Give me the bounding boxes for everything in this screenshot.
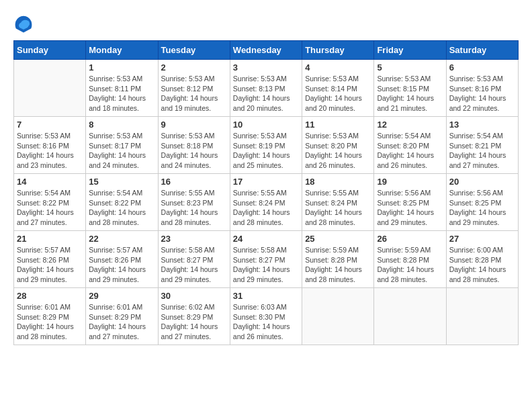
day-number: 8 [89,120,154,130]
day-info: Sunrise: 5:54 AM Sunset: 8:22 PM Dayligh… [89,188,154,228]
day-number: 15 [89,177,154,187]
day-info: Sunrise: 6:02 AM Sunset: 8:29 PM Dayligh… [161,302,227,342]
calendar-cell: 1Sunrise: 5:53 AM Sunset: 8:11 PM Daylig… [86,60,158,117]
day-number: 17 [233,177,299,187]
logo [13,13,36,34]
week-row-1: 7Sunrise: 5:53 AM Sunset: 8:16 PM Daylig… [14,117,519,174]
calendar-cell: 21Sunrise: 5:57 AM Sunset: 8:26 PM Dayli… [14,231,86,288]
day-number: 26 [377,234,443,244]
day-info: Sunrise: 5:54 AM Sunset: 8:20 PM Dayligh… [377,131,443,171]
day-header-sunday: Sunday [14,41,86,60]
day-number: 29 [89,291,154,301]
calendar-cell: 31Sunrise: 6:03 AM Sunset: 8:30 PM Dayli… [230,288,302,345]
day-number: 12 [377,120,443,130]
day-info: Sunrise: 5:53 AM Sunset: 8:19 PM Dayligh… [233,131,299,171]
day-header-saturday: Saturday [446,41,518,60]
logo-icon [13,13,34,34]
day-info: Sunrise: 5:53 AM Sunset: 8:18 PM Dayligh… [161,131,227,171]
calendar-cell: 20Sunrise: 5:56 AM Sunset: 8:25 PM Dayli… [446,174,518,231]
day-info: Sunrise: 5:55 AM Sunset: 8:24 PM Dayligh… [305,188,371,228]
day-info: Sunrise: 6:01 AM Sunset: 8:29 PM Dayligh… [17,302,83,342]
day-info: Sunrise: 5:58 AM Sunset: 8:27 PM Dayligh… [161,245,227,285]
calendar-cell: 2Sunrise: 5:53 AM Sunset: 8:12 PM Daylig… [158,60,230,117]
day-number: 18 [305,177,371,187]
day-header-thursday: Thursday [302,41,374,60]
week-row-0: 1Sunrise: 5:53 AM Sunset: 8:11 PM Daylig… [14,60,519,117]
calendar-cell [302,288,374,345]
day-info: Sunrise: 5:58 AM Sunset: 8:27 PM Dayligh… [233,245,299,285]
day-number: 19 [377,177,443,187]
day-info: Sunrise: 5:53 AM Sunset: 8:13 PM Dayligh… [233,74,299,113]
calendar-cell: 3Sunrise: 5:53 AM Sunset: 8:13 PM Daylig… [230,60,302,117]
day-number: 13 [449,120,515,130]
calendar-cell: 24Sunrise: 5:58 AM Sunset: 8:27 PM Dayli… [230,231,302,288]
day-header-wednesday: Wednesday [230,41,302,60]
day-number: 31 [233,291,299,301]
calendar-cell: 18Sunrise: 5:55 AM Sunset: 8:24 PM Dayli… [302,174,374,231]
day-info: Sunrise: 5:55 AM Sunset: 8:24 PM Dayligh… [233,188,299,228]
day-number: 10 [233,120,299,130]
day-header-tuesday: Tuesday [158,41,230,60]
calendar-cell: 27Sunrise: 6:00 AM Sunset: 8:28 PM Dayli… [446,231,518,288]
day-info: Sunrise: 5:53 AM Sunset: 8:11 PM Dayligh… [89,74,154,113]
day-info: Sunrise: 5:56 AM Sunset: 8:25 PM Dayligh… [377,188,443,228]
calendar-cell: 7Sunrise: 5:53 AM Sunset: 8:16 PM Daylig… [14,117,86,174]
day-number: 9 [161,120,227,130]
week-row-3: 21Sunrise: 5:57 AM Sunset: 8:26 PM Dayli… [14,231,519,288]
day-number: 27 [449,234,515,244]
day-number: 23 [161,234,227,244]
day-number: 6 [449,62,515,73]
calendar-header-row: SundayMondayTuesdayWednesdayThursdayFrid… [14,41,519,60]
calendar-cell: 15Sunrise: 5:54 AM Sunset: 8:22 PM Dayli… [86,174,158,231]
day-number: 2 [161,62,227,73]
day-info: Sunrise: 6:01 AM Sunset: 8:29 PM Dayligh… [89,302,154,342]
week-row-2: 14Sunrise: 5:54 AM Sunset: 8:22 PM Dayli… [14,174,519,231]
day-number: 7 [17,120,83,130]
calendar-cell: 22Sunrise: 5:57 AM Sunset: 8:26 PM Dayli… [86,231,158,288]
calendar-cell: 4Sunrise: 5:53 AM Sunset: 8:14 PM Daylig… [302,60,374,117]
calendar-cell: 25Sunrise: 5:59 AM Sunset: 8:28 PM Dayli… [302,231,374,288]
day-number: 24 [233,234,299,244]
day-info: Sunrise: 5:53 AM Sunset: 8:14 PM Dayligh… [305,74,371,113]
calendar-cell: 29Sunrise: 6:01 AM Sunset: 8:29 PM Dayli… [86,288,158,345]
calendar-cell [374,288,446,345]
day-number: 28 [17,291,83,301]
calendar-cell: 26Sunrise: 5:59 AM Sunset: 8:28 PM Dayli… [374,231,446,288]
day-number: 21 [17,234,83,244]
day-number: 11 [305,120,371,130]
calendar-cell: 13Sunrise: 5:54 AM Sunset: 8:21 PM Dayli… [446,117,518,174]
day-info: Sunrise: 5:54 AM Sunset: 8:22 PM Dayligh… [17,188,83,228]
calendar-cell: 19Sunrise: 5:56 AM Sunset: 8:25 PM Dayli… [374,174,446,231]
day-header-friday: Friday [374,41,446,60]
day-info: Sunrise: 5:59 AM Sunset: 8:28 PM Dayligh… [305,245,371,285]
day-info: Sunrise: 5:55 AM Sunset: 8:23 PM Dayligh… [161,188,227,228]
day-number: 1 [89,62,154,73]
day-info: Sunrise: 5:53 AM Sunset: 8:16 PM Dayligh… [17,131,83,171]
day-number: 5 [377,62,443,73]
day-number: 30 [161,291,227,301]
calendar-cell: 17Sunrise: 5:55 AM Sunset: 8:24 PM Dayli… [230,174,302,231]
day-info: Sunrise: 6:00 AM Sunset: 8:28 PM Dayligh… [449,245,515,285]
day-info: Sunrise: 5:54 AM Sunset: 8:21 PM Dayligh… [449,131,515,171]
week-row-4: 28Sunrise: 6:01 AM Sunset: 8:29 PM Dayli… [14,288,519,345]
calendar-cell: 5Sunrise: 5:53 AM Sunset: 8:15 PM Daylig… [374,60,446,117]
calendar-cell: 23Sunrise: 5:58 AM Sunset: 8:27 PM Dayli… [158,231,230,288]
calendar-cell: 12Sunrise: 5:54 AM Sunset: 8:20 PM Dayli… [374,117,446,174]
calendar-cell: 11Sunrise: 5:53 AM Sunset: 8:20 PM Dayli… [302,117,374,174]
calendar-cell: 10Sunrise: 5:53 AM Sunset: 8:19 PM Dayli… [230,117,302,174]
day-number: 25 [305,234,371,244]
day-info: Sunrise: 5:53 AM Sunset: 8:16 PM Dayligh… [449,74,515,113]
day-info: Sunrise: 5:53 AM Sunset: 8:15 PM Dayligh… [377,74,443,113]
day-number: 16 [161,177,227,187]
day-number: 22 [89,234,154,244]
calendar-cell: 28Sunrise: 6:01 AM Sunset: 8:29 PM Dayli… [14,288,86,345]
day-info: Sunrise: 5:53 AM Sunset: 8:12 PM Dayligh… [161,74,227,113]
day-header-monday: Monday [86,41,158,60]
page-header [13,13,519,34]
day-info: Sunrise: 5:56 AM Sunset: 8:25 PM Dayligh… [449,188,515,228]
calendar-cell: 14Sunrise: 5:54 AM Sunset: 8:22 PM Dayli… [14,174,86,231]
calendar-cell [446,288,518,345]
day-number: 3 [233,62,299,73]
day-info: Sunrise: 5:53 AM Sunset: 8:17 PM Dayligh… [89,131,154,171]
day-number: 4 [305,62,371,73]
